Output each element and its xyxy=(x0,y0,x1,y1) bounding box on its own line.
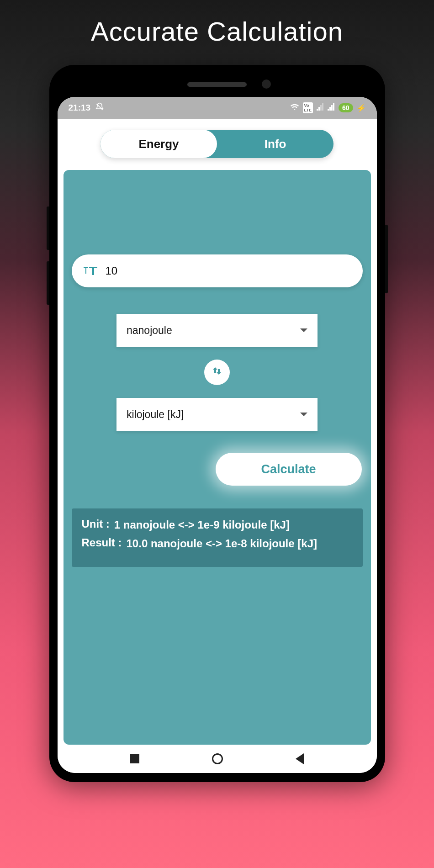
status-time: 21:13 xyxy=(69,103,91,113)
signal-icon-2 xyxy=(328,103,335,113)
recent-apps-button[interactable] xyxy=(130,754,139,763)
phone-screen: 21:13 VoLTE 60 xyxy=(58,97,377,773)
volte-icon: VoLTE xyxy=(303,102,313,113)
amount-value: 10 xyxy=(106,265,118,277)
unit-label: Unit : xyxy=(82,518,110,530)
power-button xyxy=(385,225,388,293)
svg-rect-7 xyxy=(333,103,334,111)
page-title: Accurate Calculation xyxy=(91,16,343,47)
result-panel: Unit : 1 nanojoule <-> 1e-9 kilojoule [k… xyxy=(72,508,363,567)
back-button[interactable] xyxy=(296,753,304,764)
chevron-down-icon xyxy=(300,328,307,332)
wifi-icon xyxy=(290,102,299,114)
chevron-down-icon xyxy=(300,413,307,416)
svg-rect-5 xyxy=(329,107,331,111)
signal-icon-1 xyxy=(317,103,324,113)
svg-rect-6 xyxy=(331,105,333,111)
swap-button[interactable] xyxy=(204,360,230,385)
amount-input[interactable]: 10 xyxy=(72,254,363,287)
from-unit-label: nanojoule xyxy=(127,324,172,337)
dnd-icon xyxy=(95,102,104,114)
battery-indicator: 60 xyxy=(339,103,353,112)
tab-energy[interactable]: Energy xyxy=(101,130,217,158)
volume-down-button xyxy=(47,261,49,305)
phone-frame: 21:13 VoLTE 60 xyxy=(49,65,385,782)
result-value: 10.0 nanojoule <-> 1e-8 kilojoule [kJ] xyxy=(127,536,317,550)
phone-speaker xyxy=(187,82,247,87)
status-bar: 21:13 VoLTE 60 xyxy=(58,97,377,119)
android-nav-bar xyxy=(58,745,377,773)
svg-rect-2 xyxy=(320,105,322,111)
to-unit-select[interactable]: kilojoule [kJ] xyxy=(116,398,318,431)
swap-icon xyxy=(212,365,222,380)
to-unit-label: kilojoule [kJ] xyxy=(127,408,184,421)
home-button[interactable] xyxy=(212,753,223,764)
charging-icon: ⚡ xyxy=(357,104,366,112)
unit-value: 1 nanojoule <-> 1e-9 kilojoule [kJ] xyxy=(114,518,290,532)
svg-rect-0 xyxy=(317,109,318,111)
tab-info[interactable]: Info xyxy=(217,130,333,158)
tab-bar: Energy Info xyxy=(58,119,377,166)
result-label: Result : xyxy=(82,536,122,549)
svg-rect-1 xyxy=(318,107,320,111)
calculate-button[interactable]: Calculate xyxy=(216,453,362,486)
svg-rect-4 xyxy=(328,109,329,111)
converter-card: 10 nanojoule kilojoule [kJ] Calculate Un… xyxy=(64,170,371,745)
svg-rect-3 xyxy=(322,103,323,111)
text-size-icon xyxy=(84,264,97,278)
phone-camera xyxy=(262,79,271,89)
from-unit-select[interactable]: nanojoule xyxy=(116,314,318,347)
volume-up-button xyxy=(47,206,49,250)
